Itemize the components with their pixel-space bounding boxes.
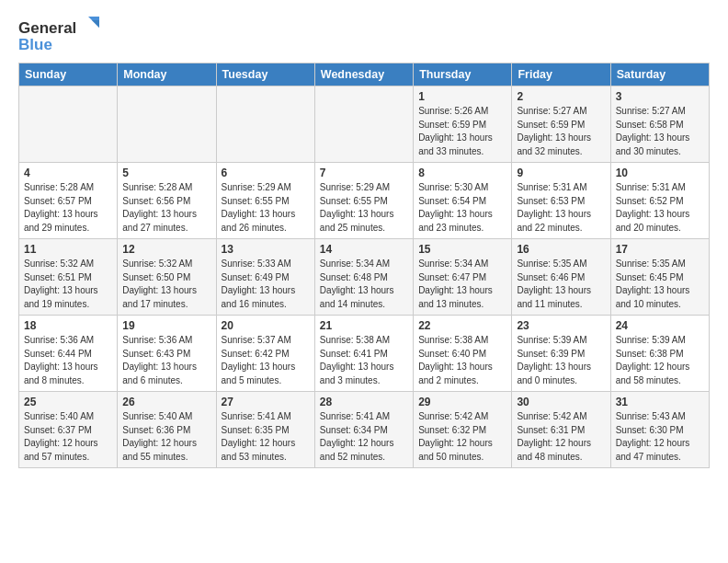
day-number: 2 xyxy=(517,90,605,103)
header-saturday: Saturday xyxy=(610,63,709,86)
header-wednesday: Wednesday xyxy=(314,63,413,86)
header-thursday: Thursday xyxy=(414,63,512,86)
day-info: Sunrise: 5:28 AM Sunset: 6:56 PM Dayligh… xyxy=(122,181,210,235)
calendar-table: SundayMondayTuesdayWednesdayThursdayFrid… xyxy=(18,63,710,468)
day-info: Sunrise: 5:42 AM Sunset: 6:31 PM Dayligh… xyxy=(517,410,605,464)
day-cell: 12Sunrise: 5:32 AM Sunset: 6:50 PM Dayli… xyxy=(118,239,216,316)
day-number: 20 xyxy=(222,319,310,332)
day-number: 25 xyxy=(24,396,112,408)
day-cell: 3Sunrise: 5:27 AM Sunset: 6:58 PM Daylig… xyxy=(610,86,709,163)
day-info: Sunrise: 5:29 AM Sunset: 6:55 PM Dayligh… xyxy=(222,181,310,235)
day-info: Sunrise: 5:32 AM Sunset: 6:50 PM Dayligh… xyxy=(122,258,210,311)
day-cell xyxy=(216,86,314,163)
day-cell: 17Sunrise: 5:35 AM Sunset: 6:45 PM Dayli… xyxy=(610,239,709,316)
day-number: 19 xyxy=(122,319,210,332)
day-cell: 24Sunrise: 5:39 AM Sunset: 6:38 PM Dayli… xyxy=(610,316,709,392)
week-row-5: 25Sunrise: 5:40 AM Sunset: 6:37 PM Dayli… xyxy=(19,392,710,468)
header-row: SundayMondayTuesdayWednesdayThursdayFrid… xyxy=(19,63,710,86)
day-cell: 26Sunrise: 5:40 AM Sunset: 6:36 PM Dayli… xyxy=(118,392,216,468)
day-number: 29 xyxy=(418,396,506,408)
week-row-3: 11Sunrise: 5:32 AM Sunset: 6:51 PM Dayli… xyxy=(19,239,710,316)
day-number: 17 xyxy=(616,243,704,256)
day-number: 1 xyxy=(418,90,506,103)
day-info: Sunrise: 5:42 AM Sunset: 6:32 PM Dayligh… xyxy=(418,410,506,464)
day-cell xyxy=(118,86,216,163)
day-info: Sunrise: 5:36 AM Sunset: 6:44 PM Dayligh… xyxy=(24,334,112,387)
day-number: 30 xyxy=(517,396,605,408)
day-info: Sunrise: 5:32 AM Sunset: 6:51 PM Dayligh… xyxy=(24,258,112,311)
day-number: 5 xyxy=(122,167,210,179)
day-number: 4 xyxy=(24,167,112,179)
day-info: Sunrise: 5:34 AM Sunset: 6:48 PM Dayligh… xyxy=(320,258,408,311)
day-cell: 10Sunrise: 5:31 AM Sunset: 6:52 PM Dayli… xyxy=(610,163,709,239)
day-info: Sunrise: 5:31 AM Sunset: 6:52 PM Dayligh… xyxy=(616,181,704,235)
day-number: 28 xyxy=(320,396,408,408)
day-cell: 27Sunrise: 5:41 AM Sunset: 6:35 PM Dayli… xyxy=(216,392,314,468)
day-cell: 1Sunrise: 5:26 AM Sunset: 6:59 PM Daylig… xyxy=(414,86,512,163)
day-info: Sunrise: 5:35 AM Sunset: 6:46 PM Dayligh… xyxy=(517,258,605,311)
day-number: 9 xyxy=(517,167,605,179)
day-number: 10 xyxy=(616,167,704,179)
day-cell: 19Sunrise: 5:36 AM Sunset: 6:43 PM Dayli… xyxy=(118,316,216,392)
week-row-2: 4Sunrise: 5:28 AM Sunset: 6:57 PM Daylig… xyxy=(19,163,710,239)
day-number: 11 xyxy=(24,243,112,256)
day-info: Sunrise: 5:39 AM Sunset: 6:39 PM Dayligh… xyxy=(517,334,605,387)
day-cell: 11Sunrise: 5:32 AM Sunset: 6:51 PM Dayli… xyxy=(19,239,118,316)
day-number: 23 xyxy=(517,319,605,332)
header-tuesday: Tuesday xyxy=(216,63,314,86)
day-cell: 31Sunrise: 5:43 AM Sunset: 6:30 PM Dayli… xyxy=(610,392,709,468)
day-cell xyxy=(314,86,413,163)
day-cell: 5Sunrise: 5:28 AM Sunset: 6:56 PM Daylig… xyxy=(118,163,216,239)
day-cell: 28Sunrise: 5:41 AM Sunset: 6:34 PM Dayli… xyxy=(314,392,413,468)
day-cell: 25Sunrise: 5:40 AM Sunset: 6:37 PM Dayli… xyxy=(19,392,118,468)
day-info: Sunrise: 5:30 AM Sunset: 6:54 PM Dayligh… xyxy=(418,181,506,235)
day-number: 24 xyxy=(616,319,704,332)
day-cell: 23Sunrise: 5:39 AM Sunset: 6:39 PM Dayli… xyxy=(512,316,610,392)
day-info: Sunrise: 5:31 AM Sunset: 6:53 PM Dayligh… xyxy=(517,181,605,235)
logo: General Blue xyxy=(18,15,101,55)
day-cell: 14Sunrise: 5:34 AM Sunset: 6:48 PM Dayli… xyxy=(314,239,413,316)
header-sunday: Sunday xyxy=(19,63,118,86)
day-cell: 30Sunrise: 5:42 AM Sunset: 6:31 PM Dayli… xyxy=(512,392,610,468)
day-cell: 15Sunrise: 5:34 AM Sunset: 6:47 PM Dayli… xyxy=(414,239,512,316)
day-cell: 7Sunrise: 5:29 AM Sunset: 6:55 PM Daylig… xyxy=(314,163,413,239)
svg-text:General: General xyxy=(18,19,76,37)
day-info: Sunrise: 5:37 AM Sunset: 6:42 PM Dayligh… xyxy=(222,334,310,387)
day-number: 21 xyxy=(320,319,408,332)
day-number: 12 xyxy=(122,243,210,256)
day-cell: 2Sunrise: 5:27 AM Sunset: 6:59 PM Daylig… xyxy=(512,86,610,163)
day-number: 22 xyxy=(418,319,506,332)
day-number: 8 xyxy=(418,167,506,179)
day-info: Sunrise: 5:43 AM Sunset: 6:30 PM Dayligh… xyxy=(616,410,704,464)
day-number: 18 xyxy=(24,319,112,332)
day-number: 15 xyxy=(418,243,506,256)
day-info: Sunrise: 5:35 AM Sunset: 6:45 PM Dayligh… xyxy=(616,258,704,311)
day-info: Sunrise: 5:29 AM Sunset: 6:55 PM Dayligh… xyxy=(320,181,408,235)
day-info: Sunrise: 5:33 AM Sunset: 6:49 PM Dayligh… xyxy=(222,258,310,311)
week-row-4: 18Sunrise: 5:36 AM Sunset: 6:44 PM Dayli… xyxy=(19,316,710,392)
day-cell: 22Sunrise: 5:38 AM Sunset: 6:40 PM Dayli… xyxy=(414,316,512,392)
day-cell: 9Sunrise: 5:31 AM Sunset: 6:53 PM Daylig… xyxy=(512,163,610,239)
day-info: Sunrise: 5:28 AM Sunset: 6:57 PM Dayligh… xyxy=(24,181,112,235)
day-cell: 18Sunrise: 5:36 AM Sunset: 6:44 PM Dayli… xyxy=(19,316,118,392)
header-monday: Monday xyxy=(118,63,216,86)
day-info: Sunrise: 5:34 AM Sunset: 6:47 PM Dayligh… xyxy=(418,258,506,311)
logo-svg: General Blue xyxy=(18,15,101,55)
day-number: 14 xyxy=(320,243,408,256)
day-number: 7 xyxy=(320,167,408,179)
day-info: Sunrise: 5:38 AM Sunset: 6:40 PM Dayligh… xyxy=(418,334,506,387)
day-info: Sunrise: 5:36 AM Sunset: 6:43 PM Dayligh… xyxy=(122,334,210,387)
day-cell: 20Sunrise: 5:37 AM Sunset: 6:42 PM Dayli… xyxy=(216,316,314,392)
day-cell xyxy=(19,86,118,163)
day-number: 13 xyxy=(222,243,310,256)
page-header: General Blue xyxy=(18,15,710,55)
week-row-1: 1Sunrise: 5:26 AM Sunset: 6:59 PM Daylig… xyxy=(19,86,710,163)
day-info: Sunrise: 5:41 AM Sunset: 6:35 PM Dayligh… xyxy=(222,410,310,464)
day-number: 6 xyxy=(222,167,310,179)
day-cell: 4Sunrise: 5:28 AM Sunset: 6:57 PM Daylig… xyxy=(19,163,118,239)
day-info: Sunrise: 5:41 AM Sunset: 6:34 PM Dayligh… xyxy=(320,410,408,464)
day-number: 16 xyxy=(517,243,605,256)
day-cell: 16Sunrise: 5:35 AM Sunset: 6:46 PM Dayli… xyxy=(512,239,610,316)
header-friday: Friday xyxy=(512,63,610,86)
day-info: Sunrise: 5:27 AM Sunset: 6:59 PM Dayligh… xyxy=(517,105,605,158)
